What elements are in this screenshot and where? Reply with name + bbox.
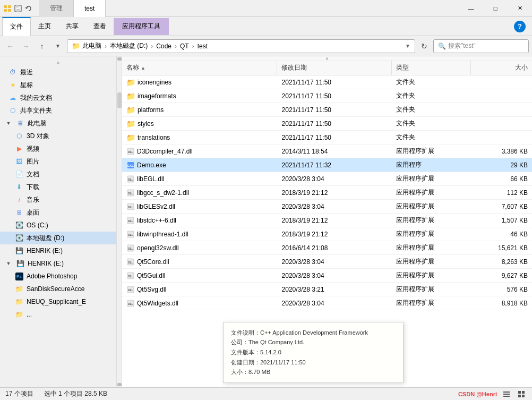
help-button[interactable]: ? xyxy=(514,21,526,32)
header-date[interactable]: 修改日期 xyxy=(277,61,391,75)
sidebar-item-thispc[interactable]: ▼ 🖥 此电脑 xyxy=(0,117,116,130)
file-row-15[interactable]: DLLQt5Svg.dll2020/3/28 3:21应用程序扩展576 KB xyxy=(122,283,532,296)
scrollbar-down-arrow[interactable] xyxy=(117,383,122,386)
tooltip-version: 文件版本：5.14.2.0 xyxy=(231,347,396,358)
file-type: 应用程序 xyxy=(392,160,471,169)
sidebar-item-recent[interactable]: ⏱ 最近 xyxy=(0,66,116,79)
file-row-2[interactable]: 📁platforms2021/11/17 11:50文件夹 xyxy=(122,103,532,117)
address-box[interactable]: 📁 此电脑 › 本地磁盘 (D:) › Code › QT › test ▼ xyxy=(67,39,415,53)
ribbon-tab-share[interactable]: 共享 xyxy=(58,17,86,36)
file-type: 应用程序扩展 xyxy=(392,188,471,197)
file-row-4[interactable]: 📁translations2021/11/17 11:50文件夹 xyxy=(122,131,532,144)
ribbon-tab-share-label: 共享 xyxy=(66,22,79,31)
sidebar-item-3d[interactable]: ⬡ 3D 对象 xyxy=(0,130,116,142)
search-box[interactable]: 🔍 搜索"test" xyxy=(433,39,529,53)
ribbon-tab-file[interactable]: 文件 xyxy=(2,17,31,36)
file-row-14[interactable]: DLLQt5Gui.dll2020/3/28 3:04应用程序扩展9,627 K… xyxy=(122,269,532,283)
file-type: 应用程序扩展 xyxy=(392,243,471,252)
sidebar-item-starred[interactable]: ★ 星标 xyxy=(0,79,116,91)
svg-text:DLL: DLL xyxy=(128,178,133,181)
file-date: 2021/11/17 11:50 xyxy=(278,120,392,127)
ribbon-tab-tools[interactable]: 应用程序工具 xyxy=(114,18,169,35)
svg-rect-35 xyxy=(522,391,525,394)
file-row-6[interactable]: EXEDemo.exe2021/11/17 11:32应用程序29 KB xyxy=(122,158,532,172)
tooltip-version-label: 文件版本： xyxy=(231,349,260,355)
maximize-button[interactable]: □ xyxy=(483,0,508,17)
back-button[interactable]: ← xyxy=(3,39,17,53)
file-size: 46 KB xyxy=(470,231,532,238)
sidebar-item-sandisk-label: SanDiskSecureAcce xyxy=(27,285,84,293)
up-button[interactable]: ↑ xyxy=(35,39,49,53)
address-dropdown-icon[interactable]: ▼ xyxy=(405,43,410,49)
file-row-5[interactable]: DLLD3Dcompiler_47.dll2014/3/11 18:54应用程序… xyxy=(122,144,532,158)
sidebar-item-thispc-label: 此电脑 xyxy=(28,119,47,128)
tab-test[interactable]: test xyxy=(74,0,106,17)
header-type[interactable]: 类型 xyxy=(392,61,471,75)
svg-text:EXE: EXE xyxy=(127,164,134,167)
file-type: 应用程序扩展 xyxy=(392,216,471,225)
undo-icon[interactable] xyxy=(24,4,33,13)
share-icon: ⬡ xyxy=(8,106,17,115)
file-row-11[interactable]: DLLlibwinpthread-1.dll2018/3/19 21:12应用程… xyxy=(122,227,532,241)
file-size: 66 KB xyxy=(470,175,532,183)
close-button[interactable]: ✕ xyxy=(508,0,532,17)
file-row-16[interactable]: DLLQt5Widgets.dll2020/3/28 3:04应用程序扩展8,9… xyxy=(122,296,532,310)
downloads-icon: ⬇ xyxy=(15,183,23,191)
folder-icon: 📁 xyxy=(126,78,135,87)
file-row-1[interactable]: 📁imageformats2021/11/17 11:50文件夹 xyxy=(122,89,532,103)
sidebar-scrollbar[interactable] xyxy=(117,56,122,387)
sidebar-item-desktop[interactable]: 🖥 桌面 xyxy=(0,206,116,219)
quick-access-icon[interactable] xyxy=(3,4,12,13)
sidebar-item-shared[interactable]: ⬡ 共享文件夹 xyxy=(0,104,116,117)
file-size: 7,607 KB xyxy=(470,203,532,210)
file-row-9[interactable]: DLLlibGLESv2.dll2020/3/28 3:04应用程序扩展7,60… xyxy=(122,200,532,214)
forward-button[interactable]: → xyxy=(19,39,33,53)
scrollbar-up-arrow[interactable] xyxy=(117,57,122,61)
minimize-button[interactable]: — xyxy=(459,0,483,17)
sidebar-item-videos[interactable]: ▶ 视频 xyxy=(0,142,116,155)
refresh-button[interactable]: ↻ xyxy=(417,39,431,53)
sidebar-item-photoshop[interactable]: Ps Adobe Photoshop xyxy=(0,270,116,283)
file-row-7[interactable]: DLLlibEGL.dll2020/3/28 3:04应用程序扩展66 KB xyxy=(122,172,532,186)
folder-icon: 📁 xyxy=(126,133,135,142)
sidebar-item-henrik2[interactable]: ▼ 💾 HENRIK (E:) xyxy=(0,257,116,270)
scrollbar-thumb[interactable] xyxy=(117,92,122,108)
header-date-label: 修改日期 xyxy=(281,63,307,72)
sidebar-item-drive-d[interactable]: 💽 本地磁盘 (D:) xyxy=(0,232,116,244)
save-icon[interactable] xyxy=(14,4,22,13)
svg-rect-2 xyxy=(4,9,7,12)
file-date: 2018/3/19 21:12 xyxy=(278,231,392,238)
sidebar-item-music[interactable]: ♪ 音乐 xyxy=(0,193,116,206)
address-folder-icon: 📁 xyxy=(72,42,80,50)
file-row-3[interactable]: 📁styles2021/11/17 11:50文件夹 xyxy=(122,117,532,131)
view-details-button[interactable] xyxy=(501,389,512,399)
file-row-0[interactable]: 📁iconengines2021/11/17 11:50文件夹 xyxy=(122,75,532,89)
view-tiles-button[interactable] xyxy=(516,389,527,399)
desktop-icon: 🖥 xyxy=(15,208,23,217)
file-name: DLLQt5Gui.dll xyxy=(122,271,278,280)
file-row-8[interactable]: DLLlibgcc_s_dw2-1.dll2018/3/19 21:12应用程序… xyxy=(122,186,532,200)
videos-icon: ▶ xyxy=(15,144,23,153)
tab-manage[interactable]: 管理 xyxy=(39,0,74,17)
header-size[interactable]: 大小 xyxy=(471,61,532,75)
file-row-10[interactable]: DLLlibstdc++-6.dll2018/3/19 21:12应用程序扩展1… xyxy=(122,214,532,227)
file-row-13[interactable]: DLLQt5Core.dll2020/3/28 3:04应用程序扩展8,263 … xyxy=(122,255,532,269)
file-type: 应用程序扩展 xyxy=(392,257,471,266)
recent-folders-button[interactable]: ▼ xyxy=(51,39,65,53)
sidebar-item-cloud[interactable]: ☁ 我的云文档 xyxy=(0,91,116,104)
sidebar-item-sandisk[interactable]: 📁 SanDiskSecureAcce xyxy=(0,283,116,295)
sidebar-item-downloads[interactable]: ⬇ 下载 xyxy=(0,181,116,193)
header-name[interactable]: 名称 ▲ xyxy=(122,61,277,75)
titlebar: 管理 test — □ ✕ xyxy=(0,0,532,17)
sidebar-item-more[interactable]: 📁 ... xyxy=(0,308,116,321)
sidebar-item-neuq[interactable]: 📁 NEUQ_Supplicant_E xyxy=(0,295,116,308)
file-name: DLLlibgcc_s_dw2-1.dll xyxy=(122,189,278,197)
sidebar-item-drive-c[interactable]: 💽 OS (C:) xyxy=(0,219,116,232)
ribbon-tab-home[interactable]: 主页 xyxy=(31,17,58,36)
dll-icon: DLL xyxy=(126,285,135,294)
sidebar-item-drive-e[interactable]: 💾 HENRIK (E:) xyxy=(0,244,116,257)
sidebar-item-pictures[interactable]: 🖼 图片 xyxy=(0,155,116,168)
file-row-12[interactable]: DLLopengl32sw.dll2016/6/14 21:08应用程序扩展15… xyxy=(122,241,532,255)
ribbon-tab-view[interactable]: 查看 xyxy=(86,17,114,36)
sidebar-item-documents[interactable]: 📄 文档 xyxy=(0,168,116,181)
